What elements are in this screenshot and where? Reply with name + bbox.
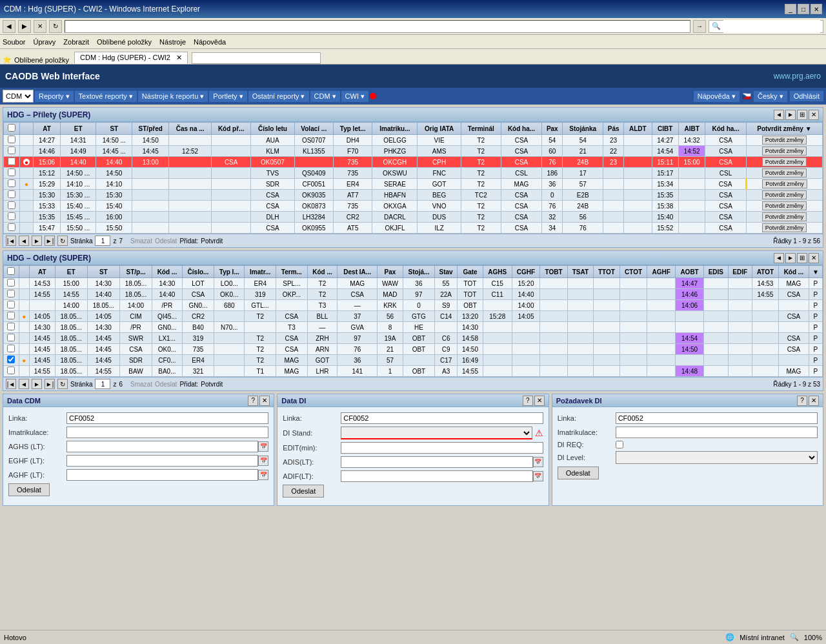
- nav-textove-reporty[interactable]: Textové reporty ▾: [75, 91, 137, 102]
- dep-col-pax[interactable]: Pax: [378, 266, 403, 278]
- departures-close-icon[interactable]: ✕: [809, 253, 819, 263]
- dep-col-imat[interactable]: Imatr...: [245, 266, 276, 278]
- dep-next-page[interactable]: ►: [32, 379, 42, 389]
- address-bar[interactable]: http://10.2.11.240/#CDM/Hdg_SUPER: [65, 20, 690, 33]
- departures-next-icon[interactable]: ►: [785, 253, 796, 263]
- dep-col-stav[interactable]: Stav: [435, 266, 458, 278]
- row-check[interactable]: [8, 157, 15, 165]
- dep-col-typ[interactable]: Typ I...: [214, 266, 245, 278]
- row-check[interactable]: [7, 356, 15, 363]
- menu-napoveda[interactable]: Nápověda: [194, 38, 226, 46]
- dep-col-at[interactable]: AT: [29, 266, 55, 278]
- dep-send[interactable]: Odeslat: [155, 381, 177, 388]
- dep-col-et[interactable]: ET: [55, 266, 87, 278]
- dep-first-page[interactable]: |◄: [6, 379, 16, 389]
- col-orig[interactable]: Orig IATA: [418, 123, 461, 135]
- row-check[interactable]: [8, 136, 15, 143]
- col-imat[interactable]: Imatriku...: [372, 123, 418, 135]
- row-check[interactable]: [8, 201, 15, 209]
- col-et[interactable]: ET: [60, 123, 96, 135]
- cdm-linka-input[interactable]: [66, 412, 268, 424]
- dep-col-aghf[interactable]: AGHF: [647, 266, 676, 278]
- nav-cwi[interactable]: CWI ▾: [341, 91, 368, 102]
- search-input[interactable]: Search: [723, 20, 820, 33]
- di-help-icon[interactable]: ?: [523, 396, 533, 406]
- cdm-help-icon[interactable]: ?: [248, 396, 258, 406]
- dep-col-cislo[interactable]: Číslo...: [182, 266, 214, 278]
- pdi-req-checkbox[interactable]: [616, 441, 623, 448]
- forward-button[interactable]: ▶: [18, 20, 31, 33]
- col-potvrdit[interactable]: Potvrdit změny ▼: [746, 123, 822, 135]
- filter-icon-dep[interactable]: ▼: [812, 268, 819, 276]
- col-aldt[interactable]: ALDT: [624, 123, 652, 135]
- row-check[interactable]: [7, 301, 15, 308]
- menu-nastroje[interactable]: Nástroje: [159, 38, 186, 46]
- cdm-submit-btn[interactable]: Odeslat: [8, 483, 50, 496]
- dep-prev-page[interactable]: ◄: [19, 379, 29, 389]
- dep-col-aobt[interactable]: AOBT: [676, 266, 704, 278]
- dep-col-cghf[interactable]: CGHF: [512, 266, 540, 278]
- pdi-linka-input[interactable]: [616, 412, 818, 424]
- filter-icon[interactable]: ▼: [805, 125, 812, 132]
- row-check[interactable]: [7, 279, 15, 287]
- cdm-imat-input[interactable]: [66, 427, 268, 438]
- dep-col-kod3[interactable]: Kód ...: [779, 266, 809, 278]
- col-kod-ha[interactable]: Kód ha...: [501, 123, 542, 135]
- col-term[interactable]: Terminál: [461, 123, 501, 135]
- nav-cdm[interactable]: CDM ▾: [310, 91, 340, 102]
- confirm-btn[interactable]: Potvrdit změny: [762, 179, 807, 188]
- arrivals-prev-icon[interactable]: ◄: [774, 110, 784, 120]
- cdm-eghf-cal-icon[interactable]: 📅: [258, 456, 268, 466]
- favorites-label[interactable]: Oblíbené položky: [14, 56, 69, 64]
- row-check[interactable]: [8, 223, 15, 231]
- row-check[interactable]: [7, 345, 15, 352]
- dep-col-tobt[interactable]: TOBT: [540, 266, 567, 278]
- col-typ[interactable]: Typ let...: [333, 123, 372, 135]
- dep-col-stp[interactable]: ST/p...: [119, 266, 152, 278]
- dep-col-atot[interactable]: ATOT: [752, 266, 778, 278]
- confirm-btn[interactable]: Potvrdit změny: [762, 201, 807, 210]
- dep-col-edif[interactable]: EDIF: [728, 266, 752, 278]
- arrivals-expand-icon[interactable]: ⊞: [797, 110, 807, 120]
- pdi-level-select[interactable]: [616, 451, 818, 464]
- row-check[interactable]: [8, 179, 15, 187]
- active-tab[interactable]: CDM : Hdg (SUPER) - CWI2 ✕: [74, 52, 188, 64]
- check-all-departures[interactable]: [7, 267, 15, 275]
- arrivals-last-page[interactable]: ►|: [45, 236, 55, 246]
- menu-zobrazit[interactable]: Zobrazit: [63, 38, 89, 46]
- dep-col-stoja[interactable]: Stojá...: [403, 266, 434, 278]
- dep-confirm[interactable]: Potvrdit: [201, 381, 223, 388]
- di-edit-input[interactable]: [341, 442, 543, 454]
- menu-oblibene[interactable]: Oblíbené položky: [97, 38, 152, 46]
- menu-soubor[interactable]: Soubor: [3, 38, 25, 46]
- col-at[interactable]: AT: [34, 123, 60, 135]
- arrivals-send[interactable]: Odeslat: [155, 237, 177, 245]
- cdm-eghf-input[interactable]: [66, 455, 258, 467]
- col-kod-ha2[interactable]: Kód ha...: [705, 123, 747, 135]
- col-cibt[interactable]: CIBT: [652, 123, 678, 135]
- row-check[interactable]: [8, 212, 15, 220]
- menu-upravy[interactable]: Úpravy: [33, 38, 55, 46]
- dep-col-tsat[interactable]: TSAT: [567, 266, 593, 278]
- di-stand-select[interactable]: [341, 427, 532, 439]
- confirm-btn[interactable]: Potvrdit změny: [762, 223, 807, 232]
- nav-portlety[interactable]: Portlety ▾: [209, 91, 247, 102]
- row-check[interactable]: [7, 323, 15, 330]
- pdi-close-icon[interactable]: ✕: [809, 396, 819, 406]
- col-cislo[interactable]: Číslo letu: [251, 123, 294, 135]
- dep-col-p[interactable]: ▼: [809, 266, 822, 278]
- dep-page-input[interactable]: [95, 379, 110, 389]
- close-button[interactable]: ✕: [811, 4, 822, 14]
- dep-last-page[interactable]: ►|: [45, 379, 55, 389]
- cdm-close-icon[interactable]: ✕: [259, 396, 270, 406]
- dep-col-aghs[interactable]: AGHS: [483, 266, 512, 278]
- maximize-button[interactable]: □: [798, 4, 809, 14]
- col-pas[interactable]: Pás: [603, 123, 624, 135]
- col-st-pred[interactable]: ST/před: [132, 123, 169, 135]
- di-linka-input[interactable]: [341, 412, 543, 424]
- row-check[interactable]: [8, 190, 15, 198]
- row-check[interactable]: [7, 312, 15, 319]
- confirm-btn[interactable]: Potvrdit změny: [762, 212, 807, 221]
- col-kod-pr[interactable]: Kód př...: [211, 123, 250, 135]
- col-stojanka[interactable]: Stojánka: [563, 123, 603, 135]
